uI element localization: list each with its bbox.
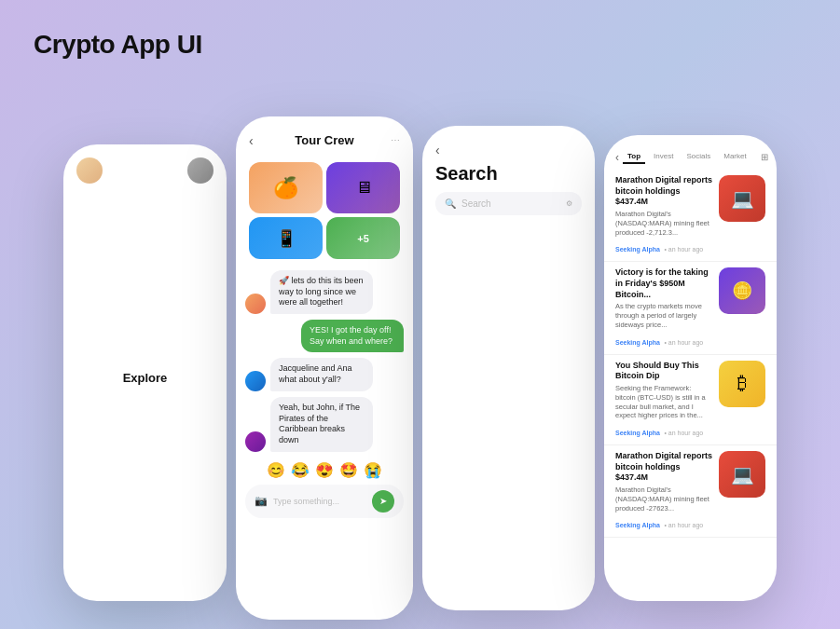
msg-row-4: Yeah, but John, if The Pirates of the Ca… [245,397,404,452]
avatar-left [76,157,103,184]
chat-thumb-2: 🖥 [326,162,400,213]
msg-row-1: 🚀 lets do this its been way to long sinc… [245,270,404,314]
news-source-2: Seeking Alpha [615,339,660,346]
msg-avatar-2 [245,371,266,391]
chat-thumb-1: 🍊 [249,162,323,213]
news-item-3[interactable]: You Should Buy This Bitcoin Dip Seeking … [604,355,777,445]
chat-thumb-count: +5 [357,233,369,244]
chat-title: Tour Crew [295,133,353,147]
chat-back-arrow[interactable]: ‹ [249,133,254,148]
page-title: Crypto App UI [34,30,202,60]
phones-container: Explore People to Follow Recently View ✕… [0,116,840,620]
news-item-2[interactable]: Victory is for the taking in Friday's $9… [604,262,777,354]
emoji-row: 😊 😂 😍 🤩 😭 [236,456,413,485]
explore-title: Explore [123,371,168,385]
search-header: ‹ Search 🔍 Search ⚙ [422,126,595,610]
feed-header: ‹ Top Invest Socials Market ⊞ [604,135,777,170]
avatar-right [187,157,213,184]
search-icon: 🔍 [445,198,456,209]
news-source-4: Seeking Alpha [615,522,660,528]
msg-bubble-4: Yeah, but John, if The Pirates of the Ca… [270,397,373,452]
news-time-3: • an hour ago [664,430,703,436]
send-icon: ➤ [379,496,387,506]
search-phone: ‹ Search 🔍 Search ⚙ Top Invest People Ta… [422,126,595,610]
search-filter-icon[interactable]: ⚙ [566,199,572,208]
chat-header: ‹ Tour Crew ⋯ [236,116,413,155]
chat-phone: ‹ Tour Crew ⋯ 🍊 🖥 📱 +5 🚀 lets do this it… [236,116,413,620]
feed-tabs: Top Invest Socials Market [623,150,751,164]
emoji-4[interactable]: 🤩 [339,461,358,479]
news-source-1: Seeking Alpha [615,246,660,253]
explore-phone: Explore People to Follow Recently View ✕… [63,144,227,601]
chat-thumb-4: +5 [326,217,400,259]
msg-row-3: Jacqueline and Ana what about y'all? [245,358,404,390]
search-title: Search [435,163,582,185]
news-title-3: You Should Buy This Bitcoin Dip [615,361,712,382]
news-thumb-4: 💻 [719,451,765,498]
camera-icon[interactable]: 📷 [255,495,268,507]
msg-bubble-2: YES! I got the day off! Say when and whe… [301,320,404,352]
feed-tab-socials[interactable]: Socials [682,150,715,164]
search-bar[interactable]: 🔍 Search ⚙ [435,192,582,215]
emoji-2[interactable]: 😂 [291,461,310,479]
msg-bubble-1: 🚀 lets do this its been way to long sinc… [270,270,373,314]
news-thumb-1: 💻 [719,175,765,222]
grid-layout-icon[interactable]: ⊞ [761,152,768,162]
send-button[interactable]: ➤ [372,490,394,513]
chat-thumb-3: 📱 [249,217,323,259]
search-placeholder[interactable]: Search [461,198,560,209]
chat-image-grid: 🍊 🖥 📱 +5 [249,162,400,259]
news-time-2: • an hour ago [664,339,703,346]
emoji-3[interactable]: 😍 [315,461,334,479]
feed-tab-top[interactable]: Top [623,150,645,164]
msg-avatar-1 [245,294,266,314]
emoji-1[interactable]: 😊 [267,461,285,479]
msg-avatar-3 [245,431,266,452]
search-back-arrow[interactable]: ‹ [435,143,582,157]
messages-container: 🚀 lets do this its been way to long sinc… [236,267,413,456]
explore-header: Explore [63,144,227,601]
news-time-4: • an hour ago [664,522,703,528]
news-item-4[interactable]: Marathon Digital reports bitcoin holding… [604,445,777,538]
feed-tab-invest[interactable]: Invest [649,150,678,164]
msg-row-2: YES! I got the day off! Say when and whe… [245,320,404,352]
news-thumb-2: 🪙 [719,267,765,314]
chat-input-row: 📷 Type something... ➤ [245,485,404,518]
msg-bubble-3: Jacqueline and Ana what about y'all? [270,358,373,390]
news-body-1: Marathon Digital's (NASDAQ:MARA) mining … [615,210,712,237]
news-source-3: Seeking Alpha [615,430,660,436]
news-title-1: Marathon Digital reports bitcoin holding… [615,175,712,208]
news-phone: ‹ Top Invest Socials Market ⊞ Marathon D… [604,135,777,601]
news-title-2: Victory is for the taking in Friday's $9… [615,267,712,300]
news-body-3: Seeking the Framework: bitcoin (BTC-USD)… [615,384,712,420]
news-body-4: Marathon Digital's (NASDAQ:MARA) mining … [615,485,712,513]
news-body-2: As the crypto markets move through a per… [615,302,712,329]
feed-back-arrow[interactable]: ‹ [615,151,619,164]
news-time-1: • an hour ago [664,246,703,253]
chat-options-icon[interactable]: ⋯ [391,135,400,145]
news-title-4: Marathon Digital reports bitcoin holding… [615,451,712,484]
feed-tab-market[interactable]: Market [719,150,750,164]
chat-input[interactable]: Type something... [273,497,366,506]
news-item-1[interactable]: Marathon Digital reports bitcoin holding… [604,170,777,262]
news-thumb-3: ₿ [719,361,765,407]
emoji-5[interactable]: 😭 [364,461,382,479]
